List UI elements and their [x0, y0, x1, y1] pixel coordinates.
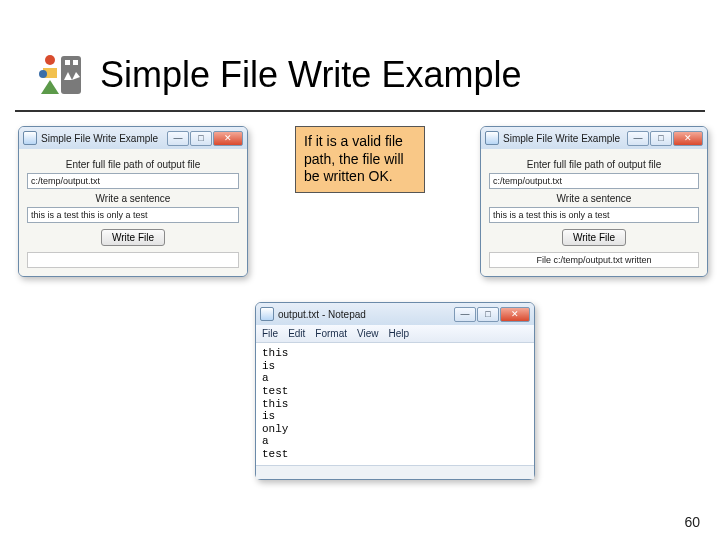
status-output	[27, 252, 239, 268]
titlebar[interactable]: Simple File Write Example — □ ✕	[481, 127, 707, 149]
slide-logo-icon	[35, 50, 85, 100]
write-file-button[interactable]: Write File	[562, 229, 626, 246]
callout-text: If it is a valid file path, the file wil…	[304, 133, 404, 184]
status-output: File c:/temp/output.txt written	[489, 252, 699, 268]
close-icon[interactable]: ✕	[500, 307, 530, 322]
svg-rect-2	[73, 60, 78, 65]
svg-marker-7	[41, 80, 59, 94]
label-file-path: Enter full file path of output file	[489, 159, 699, 170]
window-title: Simple File Write Example	[503, 133, 627, 144]
window-title: output.txt - Notepad	[278, 309, 454, 320]
write-file-button[interactable]: Write File	[101, 229, 165, 246]
titlebar[interactable]: output.txt - Notepad — □ ✕	[256, 303, 534, 325]
slide-title: Simple File Write Example	[100, 54, 521, 96]
menu-view[interactable]: View	[357, 328, 379, 339]
notepad-icon	[260, 307, 274, 321]
notepad-menubar: File Edit Format View Help	[256, 325, 534, 343]
app-icon	[485, 131, 499, 145]
menu-help[interactable]: Help	[389, 328, 410, 339]
app-window-before: Simple File Write Example — □ ✕ Enter fu…	[18, 126, 248, 277]
label-sentence: Write a sentence	[27, 193, 239, 204]
minimize-icon[interactable]: —	[167, 131, 189, 146]
notepad-text-area[interactable]: this is a test this is only a test	[256, 343, 534, 465]
close-icon[interactable]: ✕	[213, 131, 243, 146]
maximize-icon[interactable]: □	[477, 307, 499, 322]
file-path-input[interactable]	[489, 173, 699, 189]
notepad-statusbar	[256, 465, 534, 479]
svg-point-5	[45, 55, 55, 65]
titlebar[interactable]: Simple File Write Example — □ ✕	[19, 127, 247, 149]
app-window-after: Simple File Write Example — □ ✕ Enter fu…	[480, 126, 708, 277]
window-title: Simple File Write Example	[41, 133, 167, 144]
maximize-icon[interactable]: □	[190, 131, 212, 146]
label-sentence: Write a sentence	[489, 193, 699, 204]
page-number: 60	[684, 514, 700, 530]
menu-edit[interactable]: Edit	[288, 328, 305, 339]
menu-file[interactable]: File	[262, 328, 278, 339]
menu-format[interactable]: Format	[315, 328, 347, 339]
svg-rect-1	[65, 60, 70, 65]
notepad-window: output.txt - Notepad — □ ✕ File Edit For…	[255, 302, 535, 480]
slide-content: Simple File Write Example — □ ✕ Enter fu…	[0, 112, 720, 492]
callout-note: If it is a valid file path, the file wil…	[295, 126, 425, 193]
maximize-icon[interactable]: □	[650, 131, 672, 146]
app-icon	[23, 131, 37, 145]
minimize-icon[interactable]: —	[627, 131, 649, 146]
sentence-input[interactable]	[489, 207, 699, 223]
label-file-path: Enter full file path of output file	[27, 159, 239, 170]
close-icon[interactable]: ✕	[673, 131, 703, 146]
file-path-input[interactable]	[27, 173, 239, 189]
slide-header: Simple File Write Example	[15, 0, 705, 112]
sentence-input[interactable]	[27, 207, 239, 223]
svg-point-8	[39, 70, 47, 78]
minimize-icon[interactable]: —	[454, 307, 476, 322]
